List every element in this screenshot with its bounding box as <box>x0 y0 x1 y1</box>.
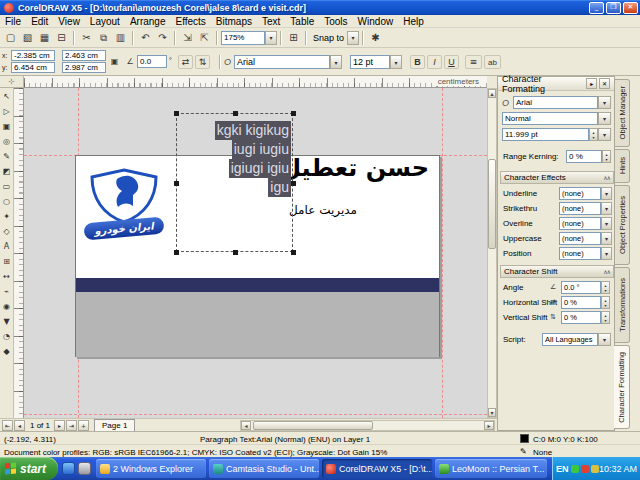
basic-shapes-tool[interactable]: ◇ <box>0 224 13 239</box>
fill-color-swatch[interactable] <box>520 434 529 443</box>
underline-dropdown-arrow[interactable]: ▾ <box>601 187 612 200</box>
menu-bitmaps[interactable]: Bitmaps <box>211 15 257 28</box>
object-width-field[interactable]: 2.463 cm <box>62 50 106 61</box>
ruler-origin[interactable]: ⊹ <box>0 76 24 88</box>
eyedropper-tool[interactable]: ▼ <box>0 314 13 329</box>
scroll-right-icon[interactable]: ▸ <box>484 421 494 430</box>
selection-handle[interactable] <box>174 111 179 116</box>
guideline-horizontal-bottom[interactable] <box>24 414 487 415</box>
y-position-field[interactable]: 6.454 cm <box>11 62 55 73</box>
add-page-icon[interactable]: + <box>78 420 89 431</box>
bold-button[interactable]: B <box>410 55 425 69</box>
pick-tool[interactable]: ↖ <box>0 89 13 104</box>
print-icon[interactable]: ⊟ <box>53 30 70 46</box>
vertical-shift-field[interactable]: 0 % <box>561 311 601 324</box>
save-icon[interactable]: ▦ <box>36 30 53 46</box>
selection-handle[interactable] <box>291 181 296 186</box>
font-list-field[interactable]: Arial <box>234 55 330 69</box>
freehand-tool[interactable]: ✎ <box>0 149 13 164</box>
zoom-tool[interactable]: ◎ <box>0 134 13 149</box>
docker-font-field[interactable]: Arial <box>513 96 598 109</box>
close-button[interactable]: ✕ <box>623 2 638 14</box>
taskbar-button-coreldraw[interactable]: CorelDRAW X5 - [D:\t... <box>322 459 432 478</box>
spin-down-icon[interactable]: ▾ <box>604 318 606 323</box>
tray-icon-volume[interactable] <box>591 465 599 473</box>
uppercase-dropdown-arrow[interactable]: ▾ <box>601 232 612 245</box>
text-tool[interactable]: A <box>0 239 13 254</box>
size-spinner[interactable]: ▴▾ <box>589 128 598 141</box>
vertical-scrollbar[interactable]: ▴ ▾ <box>487 88 497 418</box>
selection-handle[interactable] <box>291 111 296 116</box>
kerning-spinner[interactable]: ▴▾ <box>602 150 611 163</box>
first-page-icon[interactable]: ⇤ <box>2 420 13 431</box>
taskbar-button-camtasia[interactable]: Camtasia Studio - Unt... <box>209 459 319 478</box>
selection-handle[interactable] <box>174 181 179 186</box>
crop-tool[interactable]: ▣ <box>0 119 13 134</box>
horizontal-ruler[interactable]: centimeters <box>24 76 487 88</box>
docker-size-field[interactable]: 11.999 pt <box>502 128 589 141</box>
quick-launch-icon-2[interactable] <box>78 462 91 475</box>
menu-effects[interactable]: Effects <box>170 15 210 28</box>
angle-spinner[interactable]: ▴▾ <box>601 281 610 294</box>
menu-help[interactable]: Help <box>398 15 429 28</box>
selection-handle[interactable] <box>233 111 238 116</box>
docker-flyout-icon[interactable]: ▸ <box>586 78 597 89</box>
font-size-dropdown-arrow[interactable]: ▾ <box>390 55 402 69</box>
language-indicator[interactable]: EN <box>556 464 569 474</box>
position-field[interactable]: (none) <box>559 247 601 260</box>
smart-fill-tool[interactable]: ◩ <box>0 164 13 179</box>
scroll-up-icon[interactable]: ▴ <box>488 89 496 98</box>
paste-icon[interactable]: ▥ <box>112 30 129 46</box>
scroll-down-icon[interactable]: ▾ <box>488 408 496 417</box>
mirror-horizontal-button[interactable]: ⇄ <box>178 55 193 69</box>
scroll-left-icon[interactable]: ◂ <box>241 421 251 430</box>
collapse-icon[interactable]: ∧∧ <box>603 174 610 181</box>
redo-icon[interactable]: ↷ <box>154 30 171 46</box>
last-page-icon[interactable]: ⇥ <box>66 420 77 431</box>
ellipse-tool[interactable]: ○ <box>0 194 13 209</box>
spin-down-icon[interactable]: ▾ <box>592 135 594 140</box>
drawing-canvas[interactable]: ایران خودرو حسن تعطیل مدیریت عامل www.kh… <box>24 88 487 418</box>
guideline-vertical-right[interactable] <box>442 88 443 418</box>
selection-handle[interactable] <box>174 250 179 255</box>
copy-icon[interactable]: ⧉ <box>95 30 112 46</box>
page-tab[interactable]: Page 1 <box>94 419 135 431</box>
taskbar-button-explorer[interactable]: 2 Windows Explorer <box>96 459 206 478</box>
outline-pen-tool[interactable]: ◔ <box>0 329 13 344</box>
strikethru-dropdown-arrow[interactable]: ▾ <box>601 202 612 215</box>
tab-transformations[interactable]: Transformations <box>615 267 630 343</box>
new-icon[interactable]: ▢ <box>2 30 19 46</box>
open-icon[interactable]: ▧ <box>19 30 36 46</box>
next-page-icon[interactable]: ▸ <box>54 420 65 431</box>
menu-file[interactable]: File <box>0 15 26 28</box>
minimize-button[interactable]: _ <box>589 2 604 14</box>
menu-tools[interactable]: Tools <box>319 15 352 28</box>
title-bar[interactable]: CorelDRAW X5 - [D:\toufani\amouzesh Core… <box>0 0 640 15</box>
horizontal-shift-field[interactable]: 0 % <box>561 296 601 309</box>
menu-arrange[interactable]: Arrange <box>125 15 171 28</box>
polygon-tool[interactable]: ✦ <box>0 209 13 224</box>
range-kerning-field[interactable]: 0 % <box>566 150 602 163</box>
tray-icon-red[interactable] <box>581 465 589 473</box>
rotation-angle-field[interactable]: 0.0 <box>137 55 167 68</box>
vshift-spinner[interactable]: ▴▾ <box>601 311 610 324</box>
blend-tool[interactable]: ◉ <box>0 299 13 314</box>
options-icon[interactable]: ✱ <box>367 30 384 46</box>
card-name-text[interactable]: حسن تعطیل <box>280 154 429 182</box>
hshift-spinner[interactable]: ▴▾ <box>601 296 610 309</box>
menu-window[interactable]: Window <box>353 15 399 28</box>
uppercase-field[interactable]: (none) <box>559 232 601 245</box>
menu-text[interactable]: Text <box>257 15 285 28</box>
selection-frame[interactable] <box>176 113 293 252</box>
x-position-field[interactable]: -2.385 cm <box>11 50 55 61</box>
font-list-dropdown-arrow[interactable]: ▾ <box>330 55 342 69</box>
menu-layout[interactable]: Layout <box>85 15 125 28</box>
character-effects-header[interactable]: Character Effects ∧∧ <box>500 171 614 184</box>
snap-to-button[interactable]: Snap to <box>310 33 347 43</box>
zoom-level-input[interactable]: 175% <box>221 31 265 45</box>
rectangle-tool[interactable]: ▭ <box>0 179 13 194</box>
overline-field[interactable]: (none) <box>559 217 601 230</box>
mirror-vertical-button[interactable]: ⇅ <box>195 55 210 69</box>
docker-close-icon[interactable]: ✕ <box>599 78 610 89</box>
card-navy-stripe[interactable] <box>76 278 439 292</box>
